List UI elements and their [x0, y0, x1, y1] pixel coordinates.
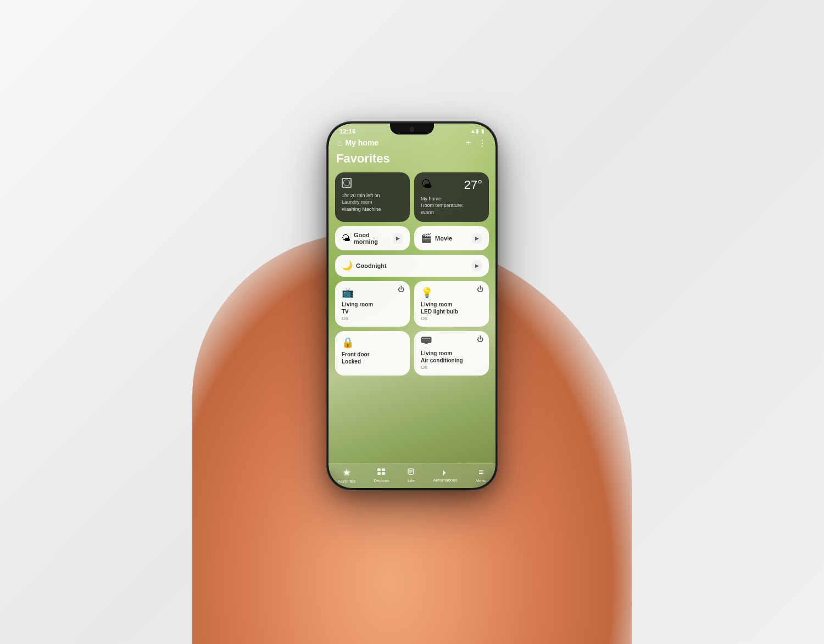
movie-play-icon: ▶: [475, 236, 479, 241]
weather-label: Room temperature:: [421, 203, 464, 208]
favorites-nav-label: Favorites: [337, 479, 355, 484]
svg-rect-8: [382, 468, 385, 471]
washing-device: Washing Machine: [342, 206, 381, 212]
devices-nav-label: Devices: [374, 478, 389, 483]
weather-card[interactable]: 🌤 27° My home Room temperature: Warm: [414, 172, 489, 222]
scene-row-1: 🌤 Good morning ▶ 🎬: [335, 226, 489, 250]
svg-rect-3: [426, 338, 428, 339]
weather-location: My home: [421, 196, 441, 201]
front-door-device-card[interactable]: 🔒 Front door Locked: [335, 331, 410, 376]
tv-location: Living room: [342, 301, 403, 308]
nav-menu[interactable]: ≡ Menu: [476, 467, 487, 483]
screen-content: 12:16 ▲▮ ▮ ⌂ My home +: [329, 124, 495, 488]
status-time: 12:16: [339, 128, 356, 135]
battery-icon: ▮: [481, 128, 485, 134]
nav-automations[interactable]: ⏵ Automations: [433, 468, 457, 483]
phone-frame: 12:16 ▲▮ ▮ ⌂ My home +: [327, 122, 497, 490]
more-menu-button[interactable]: ⋮: [478, 138, 487, 148]
movie-left: 🎬 Movie: [421, 233, 452, 243]
aircon-name: Air conditioning: [421, 357, 482, 364]
devices-nav-icon: [377, 468, 386, 477]
top-nav-actions: + ⋮: [466, 138, 487, 148]
front-camera: [410, 127, 414, 131]
nav-devices[interactable]: Devices: [374, 468, 389, 483]
goodnight-scene-card[interactable]: 🌙 Goodnight ▶: [335, 255, 489, 277]
movie-label: Movie: [435, 235, 452, 242]
automations-nav-label: Automations: [433, 478, 457, 483]
goodnight-icon: 🌙: [342, 260, 353, 271]
nav-favorites[interactable]: ★ Favorites: [337, 467, 355, 484]
goodnight-play-icon: ▶: [475, 263, 479, 268]
weather-status: Warm: [421, 210, 434, 215]
svg-rect-7: [377, 468, 381, 471]
weather-icon: 🌤: [421, 178, 432, 191]
svg-rect-4: [428, 338, 430, 339]
signal-icon: ▲▮: [470, 128, 479, 134]
phone-notch: [390, 124, 434, 135]
good-morning-play-button[interactable]: ▶: [393, 233, 403, 244]
weather-temperature: 27°: [464, 178, 482, 192]
phone-screen: 12:16 ▲▮ ▮ ⌂ My home +: [329, 124, 495, 488]
top-cards: 1hr 20 min left on Laundry room Washing …: [335, 172, 489, 222]
good-morning-play-icon: ▶: [396, 236, 400, 241]
tv-icon: 📺: [342, 287, 403, 299]
menu-nav-label: Menu: [476, 478, 487, 483]
washing-time-left: 1hr 20 min left on: [342, 193, 380, 198]
front-door-location: Front door: [342, 351, 403, 358]
aircon-icon: [421, 337, 482, 348]
goodnight-play-button[interactable]: ▶: [471, 260, 482, 271]
washing-location: Laundry room: [342, 199, 372, 205]
led-location: Living room: [421, 301, 482, 308]
goodnight-left: 🌙 Goodnight: [342, 260, 387, 271]
good-morning-icon: 🌤: [342, 233, 350, 243]
svg-rect-1: [422, 338, 424, 339]
goodnight-label: Goodnight: [356, 262, 387, 269]
life-nav-icon: [407, 468, 415, 477]
movie-scene-card[interactable]: 🎬 Movie ▶: [414, 226, 489, 250]
scenes-section: 🌤 Good morning ▶ 🎬: [335, 226, 489, 277]
automations-nav-icon: ⏵: [441, 468, 449, 477]
led-device-card[interactable]: ⏻ 💡 Living room LED light bulb On: [414, 281, 489, 327]
aircon-location: Living room: [421, 350, 482, 357]
life-nav-label: Life: [408, 478, 415, 483]
home-title-text: My home: [345, 138, 378, 147]
add-button[interactable]: +: [466, 138, 471, 148]
phone-inner: 12:16 ▲▮ ▮ ⌂ My home +: [329, 124, 495, 488]
led-name: LED light bulb: [421, 308, 482, 315]
good-morning-label: Good morning: [354, 232, 393, 245]
front-door-status: Locked: [342, 358, 403, 365]
main-content: Favorites 1hr 20 min left on Laundry roo…: [329, 152, 495, 463]
home-title-group[interactable]: ⌂ My home: [337, 138, 378, 147]
tv-device-card[interactable]: ⏻ 📺 Living room TV On: [335, 281, 410, 327]
menu-nav-icon: ≡: [478, 467, 483, 477]
svg-rect-2: [424, 338, 426, 339]
movie-icon: 🎬: [421, 233, 432, 243]
movie-play-button[interactable]: ▶: [471, 233, 482, 244]
scene-row-2: 🌙 Goodnight ▶: [335, 255, 489, 277]
svg-rect-9: [377, 472, 381, 475]
tv-power-button[interactable]: ⏻: [398, 285, 404, 293]
status-icons: ▲▮ ▮: [470, 128, 485, 134]
scene: 12:16 ▲▮ ▮ ⌂ My home +: [0, 0, 824, 644]
top-nav: ⌂ My home + ⋮: [329, 137, 495, 152]
favorites-title: Favorites: [335, 152, 489, 166]
good-morning-scene-card[interactable]: 🌤 Good morning ▶: [335, 226, 410, 250]
tv-name: TV: [342, 308, 403, 315]
aircon-status: On: [421, 365, 482, 370]
led-icon: 💡: [421, 287, 482, 299]
aircon-power-button[interactable]: ⏻: [477, 335, 483, 343]
aircon-device-card[interactable]: ⏻: [414, 331, 489, 376]
led-power-button[interactable]: ⏻: [477, 285, 483, 293]
favorites-nav-icon: ★: [343, 467, 350, 478]
led-status: On: [421, 316, 482, 321]
nav-life[interactable]: Life: [407, 468, 415, 483]
front-door-icon: 🔒: [342, 337, 403, 349]
svg-rect-5: [422, 340, 431, 340]
svg-rect-10: [382, 472, 385, 475]
washing-machine-card[interactable]: 1hr 20 min left on Laundry room Washing …: [335, 172, 410, 222]
home-icon: ⌂: [337, 138, 342, 147]
tv-status: On: [342, 316, 403, 321]
svg-rect-6: [425, 343, 428, 344]
good-morning-left: 🌤 Good morning: [342, 232, 393, 245]
washer-icon: [342, 178, 352, 188]
